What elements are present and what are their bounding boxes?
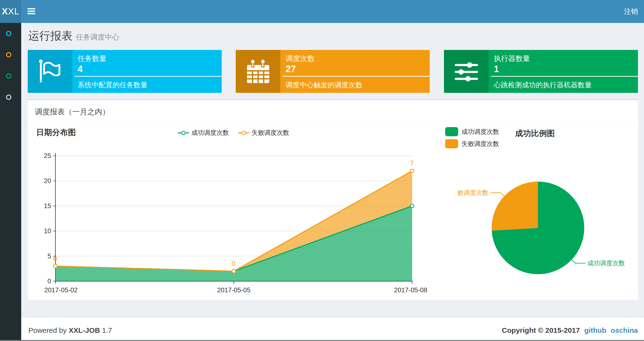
svg-text:7: 7 [410, 159, 414, 167]
flag-icon [37, 58, 64, 85]
circle-icon [6, 52, 11, 57]
sidebar-item-job-manage[interactable] [0, 44, 21, 65]
svg-text:2017-05-05: 2017-05-05 [217, 286, 250, 294]
card-value: 1 [494, 64, 499, 74]
report-panel: 调度报表（一月之内） 日期分布图 成功调度次数 失败调度次数 成功调度次数 失败… [28, 99, 638, 300]
swatch-icon [445, 127, 458, 136]
line-series-marker-icon [238, 130, 249, 135]
panel-title: 调度报表（一月之内） [35, 107, 110, 117]
card-content: 调度次数 27 调度中心触发的调度次数 [280, 50, 430, 93]
svg-text:0: 0 [48, 277, 51, 285]
app-window: XXL 注销 运行报表任务调度中心 任务数量 4 系统中配置的任务数量 [0, 0, 644, 341]
legend-item-success[interactable]: 成功调度次数 [445, 127, 499, 136]
card-value: 4 [78, 64, 83, 74]
app-logo[interactable]: XXL [0, 0, 21, 23]
sidebar-item-run-report[interactable] [0, 23, 21, 44]
date-distribution-chart[interactable]: 05101520252017-05-022017-05-052017-05-08… [28, 136, 452, 300]
line-series-marker-icon [178, 130, 189, 135]
calendar-icon [245, 58, 272, 85]
svg-text:成功调度次数: 成功调度次数 [587, 259, 625, 267]
card-divider [75, 76, 222, 77]
logout-button[interactable]: 注销 [624, 0, 638, 23]
footer: Powered by XXL-JOB 1.7 Copyright © 2015-… [21, 317, 644, 341]
top-navbar: XXL 注销 [0, 0, 644, 23]
svg-text:25: 25 [44, 152, 51, 159]
svg-text:2017-05-02: 2017-05-02 [44, 286, 78, 294]
svg-text:15: 15 [44, 202, 51, 210]
powered-by-text: Powered by XXL-JOB 1.7 [28, 326, 112, 334]
footer-right: Copyright © 2015-2017 github oschina [502, 326, 638, 334]
card-title: 执行器数量 [494, 54, 530, 64]
circle-icon [6, 73, 11, 79]
page-subtitle: 任务调度中心 [76, 33, 119, 41]
sliders-icon [453, 58, 480, 85]
page-head: 运行报表任务调度中心 [28, 29, 119, 44]
sidebar [0, 23, 21, 341]
hamburger-icon [28, 8, 35, 10]
sidebar-item-executor-manage[interactable] [0, 87, 21, 108]
sidebar-toggle-button[interactable] [28, 8, 35, 15]
github-link[interactable]: github [584, 326, 606, 334]
window-bottom-edge [0, 340, 644, 341]
svg-text:0: 0 [232, 260, 236, 267]
pie-chart-legend: 成功调度次数 失败调度次数 [445, 127, 499, 148]
card-divider [283, 76, 430, 77]
circle-icon [6, 95, 11, 100]
card-title: 任务数量 [78, 54, 106, 64]
card-iconbox [28, 50, 72, 93]
product-version: 1.7 [102, 326, 112, 334]
legend-label: 失败调度次数 [462, 140, 499, 148]
stat-card-executors: 执行器数量 1 心跳检测成功的执行器机器数量 [444, 50, 638, 93]
panel-header: 调度报表（一月之内） [28, 100, 638, 122]
card-description: 心跳检测成功的执行器机器数量 [494, 80, 592, 90]
svg-text:20: 20 [44, 177, 51, 184]
svg-text:5: 5 [48, 252, 51, 260]
pie-chart-title: 成功比例图 [515, 128, 555, 139]
card-divider [491, 76, 638, 77]
svg-text:0: 0 [53, 255, 57, 262]
oschina-link[interactable]: oschina [611, 326, 638, 334]
card-title: 调度次数 [286, 54, 314, 64]
card-value: 27 [286, 64, 296, 74]
product-name: XXL-JOB [69, 326, 100, 334]
logo-rest: XL [8, 7, 19, 17]
card-iconbox [236, 50, 280, 93]
card-description: 系统中配置的任务数量 [78, 80, 148, 90]
sidebar-item-job-log[interactable] [0, 65, 21, 87]
svg-text:10: 10 [44, 227, 51, 235]
card-content: 执行器数量 1 心跳检测成功的执行器机器数量 [488, 50, 638, 93]
success-ratio-pie-chart[interactable]: 成功调度次数失败调度次数 [458, 170, 641, 290]
card-iconbox [444, 50, 488, 93]
legend-label: 成功调度次数 [462, 128, 499, 136]
stat-card-jobs: 任务数量 4 系统中配置的任务数量 [28, 50, 222, 93]
circle-icon [6, 31, 11, 36]
svg-text:2017-05-08: 2017-05-08 [394, 286, 427, 294]
stat-card-triggers: 调度次数 27 调度中心触发的调度次数 [236, 50, 430, 93]
copyright-text: Copyright © 2015-2017 [502, 326, 580, 334]
legend-item-fail[interactable]: 失败调度次数 [445, 139, 499, 148]
svg-text:失败调度次数: 失败调度次数 [458, 189, 488, 196]
page-title: 运行报表 [28, 30, 72, 42]
card-content: 任务数量 4 系统中配置的任务数量 [72, 50, 222, 93]
card-description: 调度中心触发的调度次数 [286, 80, 362, 90]
